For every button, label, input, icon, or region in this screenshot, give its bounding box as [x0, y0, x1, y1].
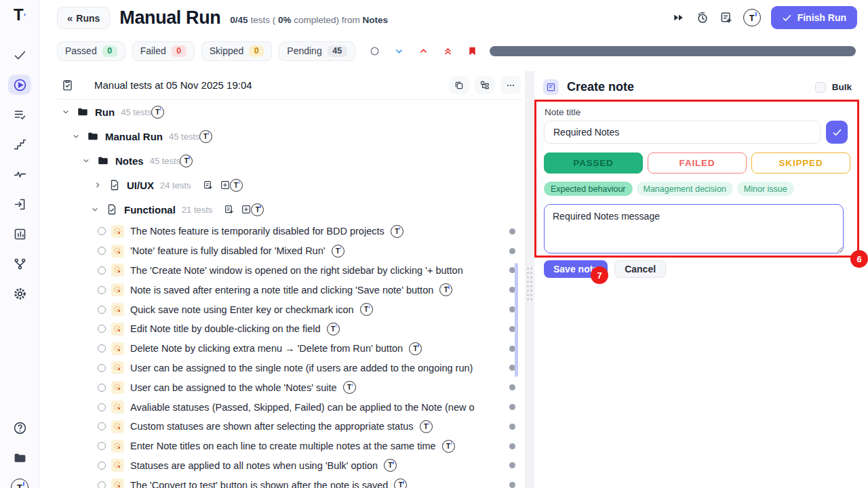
test-status-circle[interactable]	[98, 306, 106, 314]
test-row[interactable]: Statuses are applied to all notes when u…	[57, 456, 524, 476]
test-title[interactable]: Custom statuses are shown after selectin…	[130, 421, 414, 432]
double-chevron-up-icon[interactable]	[442, 45, 454, 57]
check-icon[interactable]	[8, 45, 31, 65]
chevron-down-icon[interactable]	[393, 45, 406, 57]
test-status-circle[interactable]	[98, 384, 106, 392]
testomat-logo-icon[interactable]: T	[743, 9, 761, 26]
testomat-badge-icon[interactable]: T	[394, 479, 407, 488]
test-status-circle[interactable]	[98, 442, 106, 450]
run-name[interactable]: Manual tests at 05 Nov 2025 19:04	[94, 79, 252, 91]
suite-row-manual-run[interactable]: Manual Run 45 tests T	[57, 124, 524, 148]
test-row[interactable]: The 'Create Note' window is opened on th…	[57, 261, 524, 281]
status-skipped-button[interactable]: SKIPPED	[751, 152, 850, 174]
testomat-badge-icon[interactable]: T	[327, 323, 340, 336]
tag-management-decision[interactable]: Management decision	[637, 182, 733, 196]
import-icon[interactable]	[8, 194, 31, 214]
testomat-badge-icon[interactable]: T	[420, 420, 433, 433]
suite-name[interactable]: Notes	[115, 155, 144, 167]
test-status-circle[interactable]	[98, 364, 106, 372]
filter-failed[interactable]: Failed0	[132, 41, 195, 61]
test-status-circle[interactable]	[98, 481, 106, 488]
test-title[interactable]: The Notes feature is temporarily disable…	[130, 226, 384, 237]
bulk-checkbox[interactable]	[815, 82, 826, 93]
timer-icon[interactable]	[696, 11, 709, 24]
test-status-circle[interactable]	[98, 462, 106, 470]
list-scrollbar-thumb[interactable]	[515, 263, 518, 377]
suite-row-uiux[interactable]: UI/UX 24 tests T	[57, 173, 524, 197]
chevron-down-icon[interactable]	[61, 107, 71, 117]
branch-icon[interactable]	[8, 253, 31, 274]
test-row[interactable]: Avaliable statuses (Passed, Skipped, Fai…	[57, 397, 524, 417]
status-passed-button[interactable]: PASSED	[544, 152, 643, 174]
test-status-circle[interactable]	[98, 422, 106, 430]
finish-run-button[interactable]: Finish Run	[771, 6, 857, 29]
test-status-circle[interactable]	[98, 247, 106, 255]
suite-name[interactable]: Run	[95, 106, 115, 118]
note-title-input[interactable]	[544, 121, 821, 144]
test-status-circle[interactable]	[98, 286, 106, 294]
status-failed-button[interactable]: FAILED	[648, 152, 747, 174]
testomat-badge-icon[interactable]: T	[391, 225, 403, 238]
suite-name[interactable]: UI/UX	[127, 180, 154, 191]
test-row[interactable]: 'Note' feature is fully disabled for 'Mi…	[57, 241, 524, 261]
filter-passed[interactable]: Passed0	[57, 41, 125, 61]
test-row[interactable]: Enter Note titles on each line to create…	[57, 436, 524, 456]
suite-name[interactable]: Manual Run	[105, 131, 163, 142]
test-row[interactable]: Edit Note title by double-clicking on th…	[57, 319, 524, 339]
test-title[interactable]: Enter Note titles on each line to create…	[130, 441, 436, 451]
test-row[interactable]: Custom statuses are shown after selectin…	[57, 417, 524, 436]
settings-gear-icon[interactable]	[8, 283, 31, 304]
workspace-logo-icon[interactable]: T	[8, 477, 31, 488]
bulk-toggle[interactable]: Bulk	[815, 82, 852, 93]
testomat-badge-icon[interactable]: T	[251, 203, 264, 216]
test-title[interactable]: 'Note' feature is fully disabled for 'Mi…	[130, 245, 326, 256]
tag-minor-issue[interactable]: Minor issue	[737, 182, 794, 196]
tag-expected-behaviour[interactable]: Expected behaviour	[544, 182, 633, 196]
test-title[interactable]: Delete Note by clicking extra menu → 'De…	[130, 343, 403, 354]
steps-icon[interactable]	[8, 134, 31, 155]
add-note-icon[interactable]	[203, 180, 214, 190]
test-row[interactable]: User can be assigned to the whole 'Notes…	[57, 378, 524, 397]
add-test-icon[interactable]	[241, 204, 252, 215]
chevron-up-icon[interactable]	[418, 45, 430, 57]
add-note-icon[interactable]	[224, 204, 235, 215]
test-row[interactable]: Note is saved after entering a note titl…	[57, 280, 524, 300]
test-title[interactable]: Avaliable statuses (Passed, Skipped, Fai…	[130, 402, 475, 413]
testomat-badge-icon[interactable]: T	[343, 381, 356, 394]
test-title[interactable]: The 'Convert to test' button is shown af…	[130, 480, 388, 488]
back-to-runs-button[interactable]: « Runs	[57, 7, 110, 29]
bookmark-icon[interactable]	[467, 45, 479, 57]
suite-row-run[interactable]: Run 45 tests T	[57, 100, 524, 124]
test-status-circle[interactable]	[98, 344, 106, 352]
testomat-badge-icon[interactable]: T	[199, 130, 212, 143]
chevron-right-icon[interactable]	[93, 180, 102, 190]
test-title[interactable]: The 'Create Note' window is opened on th…	[130, 265, 463, 276]
test-row[interactable]: User can be assigned to the single note …	[57, 359, 524, 378]
testomat-badge-icon[interactable]: T	[151, 106, 164, 119]
add-note-icon[interactable]	[719, 11, 733, 24]
resize-drag-handle[interactable]	[526, 266, 533, 302]
circle-status-icon[interactable]	[369, 45, 381, 57]
testomat-badge-icon[interactable]: T	[332, 245, 344, 258]
app-logo[interactable]: T'	[0, 5, 39, 24]
test-title[interactable]: User can be assigned to the single note …	[130, 363, 473, 373]
note-message-textarea[interactable]: Required Notes message	[544, 204, 844, 253]
test-row[interactable]: Quick save note using Enter key or check…	[57, 300, 524, 319]
test-title[interactable]: User can be assigned to the whole 'Notes…	[130, 382, 337, 393]
cancel-button[interactable]: Cancel	[614, 260, 666, 278]
suite-row-notes[interactable]: Notes 45 tests T	[57, 148, 524, 173]
help-icon[interactable]	[8, 418, 31, 438]
test-status-circle[interactable]	[98, 325, 106, 333]
testomat-badge-icon[interactable]: T	[230, 179, 243, 192]
report-chart-icon[interactable]	[8, 224, 31, 244]
list-check-icon[interactable]	[8, 104, 31, 125]
copy-icon[interactable]	[449, 76, 469, 94]
test-title[interactable]: Quick save note using Enter key or check…	[130, 304, 354, 315]
testomat-badge-icon[interactable]: T	[409, 342, 422, 355]
projects-folder-icon[interactable]	[8, 447, 31, 468]
test-title[interactable]: Note is saved after entering a note titl…	[130, 285, 433, 296]
chevron-down-icon[interactable]	[81, 156, 91, 165]
test-status-circle[interactable]	[98, 266, 106, 274]
test-row[interactable]: The Notes feature is temporarily disable…	[57, 222, 524, 241]
test-row[interactable]: The 'Convert to test' button is shown af…	[57, 475, 524, 488]
